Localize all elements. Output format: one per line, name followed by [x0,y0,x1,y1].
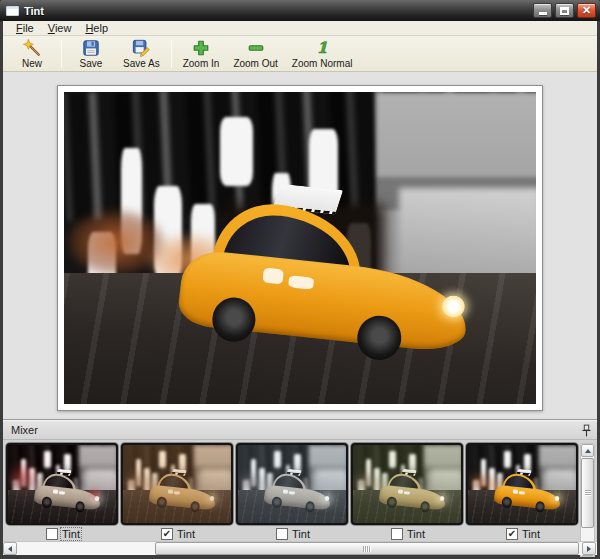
checkbox-cell: ✔ Tint [6,527,121,541]
horizontal-scroll-thumb[interactable] [155,542,579,555]
taxi-decal [174,491,180,495]
mixer-vertical-scrollbar[interactable] [580,443,595,557]
app-window: Tint ✕ File View Help New [0,0,600,559]
street-scene [353,445,461,523]
green-one-icon: 1 [313,39,331,57]
taxi-decal [168,489,173,493]
thumbnail-tint-warm[interactable] [121,443,233,525]
taxi-rear-wheel [386,496,397,508]
magic-wand-icon [23,39,41,57]
window-title: Tint [24,5,530,17]
checkbox-cell: ✔ Tint [351,527,466,541]
main-taxi-photo[interactable] [64,92,536,404]
checkbox-box[interactable]: ✔ [161,528,173,540]
taxi-illustration [175,193,477,369]
tint-label: Tint [291,528,311,540]
taxi-rear-wheel [156,496,167,508]
arrow-left-icon [8,546,12,552]
minimize-icon [539,12,547,15]
scroll-left-button[interactable] [3,542,17,555]
taxi-illustration [148,471,217,514]
toolbar-label: Zoom Normal [292,58,353,69]
checkbox-cell: ✔ Tint [466,527,581,541]
tint-label: Tint [61,528,81,540]
scroll-up-button[interactable] [581,444,594,457]
taxi-decal [513,489,518,493]
thumbnail-image [123,445,231,523]
menu-file[interactable]: File [9,22,41,34]
title-bar[interactable]: Tint ✕ [0,0,600,21]
tint-checkbox-row: ✔ Tint ✔ Tint ✔ Tint ✔ Tint ✔ Tint [3,527,597,541]
taxi-illustration [378,471,447,514]
thumbnail-tint-red[interactable] [6,443,118,525]
tint-checkbox-1[interactable]: ✔ Tint [46,528,81,540]
menu-help[interactable]: Help [78,22,115,34]
street-scene [64,92,536,404]
arrow-up-icon [585,449,591,453]
app-icon [6,6,19,16]
street-scene [123,445,231,523]
taxi-illustration [493,471,562,514]
minimize-button[interactable] [533,3,552,18]
maximize-button[interactable] [555,3,574,18]
taxi-decal [283,489,288,493]
new-button[interactable]: New [7,37,57,70]
tint-checkbox-2[interactable]: ✔ Tint [161,528,196,540]
taxi-rear-wheel [41,496,52,508]
pin-icon[interactable] [582,424,591,437]
toolbar: New Save [3,36,597,72]
toolbar-separator [171,40,172,68]
scroll-right-button[interactable] [582,542,596,555]
thumbnail-full-color[interactable] [466,443,578,525]
sign-blur [274,451,282,468]
toolbar-label: New [22,58,42,69]
checkbox-box[interactable]: ✔ [46,528,58,540]
horizontal-scrollbar[interactable] [3,541,597,555]
toolbar-label: Save As [123,58,160,69]
thumbnail-image [8,445,116,523]
zoom-out-button[interactable]: Zoom Out [226,37,284,70]
taxi-illustration [33,471,102,514]
thumbnail-tint-green[interactable] [351,443,463,525]
thumbnail-image [353,445,461,523]
tint-checkbox-3[interactable]: ✔ Tint [276,528,311,540]
mixer-title: Mixer [11,424,582,436]
maximize-icon [560,7,569,15]
tint-label: Tint [521,528,541,540]
sign-blur [389,451,397,468]
mixer-panel: Mixer [3,419,597,555]
checkbox-box[interactable]: ✔ [506,528,518,540]
checkbox-box[interactable]: ✔ [391,528,403,540]
save-as-button[interactable]: Save As [116,37,167,70]
close-icon: ✕ [582,5,591,16]
sign-blur [44,451,52,468]
zoom-normal-button[interactable]: 1 Zoom Normal [285,37,360,70]
vertical-scroll-thumb[interactable] [581,458,594,528]
taxi-illustration [263,471,332,514]
toolbar-label: Zoom In [183,58,220,69]
close-button[interactable]: ✕ [577,3,596,18]
checkbox-cell: ✔ Tint [236,527,351,541]
thumbnail-image [468,445,576,523]
check-mark-icon: ✔ [508,529,516,539]
sign-blur [220,117,253,186]
taxi-decal [53,489,58,493]
checkbox-box[interactable]: ✔ [276,528,288,540]
zoom-in-button[interactable]: Zoom In [176,37,227,70]
menu-view[interactable]: View [41,22,79,34]
thumbnail-image [238,445,346,523]
scroll-grip-icon [585,490,591,496]
taxi-decal [404,491,410,495]
taxi-decal [59,491,65,495]
floppy-disk-icon [82,39,100,57]
thumbnail-tint-cool[interactable] [236,443,348,525]
save-button[interactable]: Save [66,37,116,70]
tint-checkbox-5[interactable]: ✔ Tint [506,528,541,540]
tint-checkbox-4[interactable]: ✔ Tint [391,528,426,540]
sign-blur [504,451,512,468]
toolbar-label: Zoom Out [233,58,277,69]
green-minus-icon [247,39,265,57]
taxi-rear-wheel [501,496,512,508]
tint-label: Tint [406,528,426,540]
taxi-decal [289,491,295,495]
